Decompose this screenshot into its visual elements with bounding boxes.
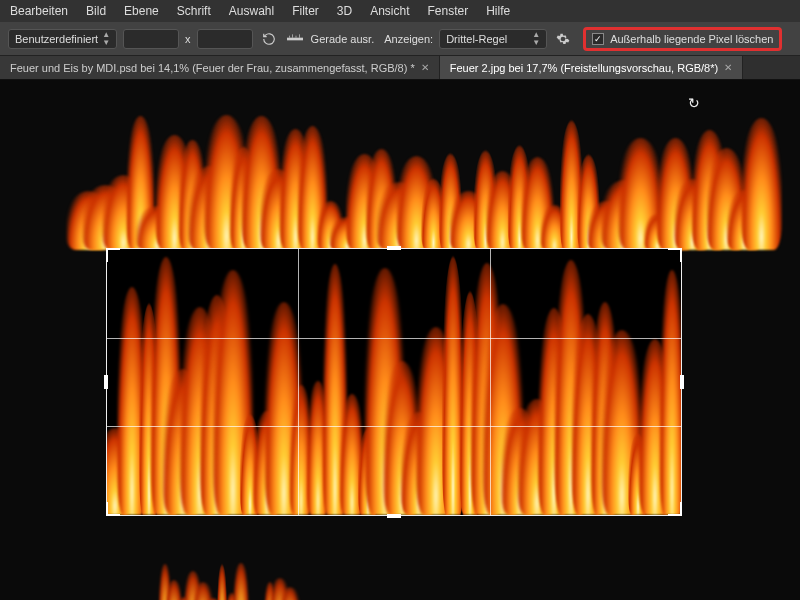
svg-rect-1: [289, 35, 290, 37]
document-tab-bar: Feuer und Eis by MDI.psd bei 14,1% (Feue…: [0, 56, 800, 80]
crop-height-input[interactable]: [197, 29, 253, 49]
crop-grid-line: [490, 249, 491, 515]
image-content-cropped: [107, 249, 681, 515]
menu-bar: Bearbeiten Bild Ebene Schrift Auswahl Fi…: [0, 0, 800, 22]
crop-options-bar: Benutzerdefiniert ▲▼ x Gerade ausr. Anze…: [0, 22, 800, 56]
crop-grid-line: [107, 338, 681, 339]
crop-handle-top-left[interactable]: [106, 248, 120, 250]
crop-handle-bottom-left[interactable]: [106, 502, 108, 516]
canvas[interactable]: ↻: [0, 80, 800, 600]
document-tab-2[interactable]: Feuer 2.jpg bei 17,7% (Freistellungsvors…: [440, 56, 743, 79]
guide-overlay-value: Drittel-Regel: [446, 33, 507, 45]
svg-rect-4: [299, 34, 300, 37]
crop-handle-top-left[interactable]: [106, 248, 108, 262]
straighten-label[interactable]: Gerade ausr.: [311, 33, 375, 45]
dropdown-arrows-icon: ▲▼: [102, 31, 110, 47]
svg-rect-0: [287, 37, 303, 40]
crop-preset-select[interactable]: Benutzerdefiniert ▲▼: [8, 29, 117, 49]
delete-outside-pixels-checkbox[interactable]: ✓: [592, 33, 604, 45]
crop-handle-bottom-right[interactable]: [680, 502, 682, 516]
crop-grid-line: [107, 426, 681, 427]
close-icon[interactable]: ✕: [724, 62, 732, 73]
menu-type[interactable]: Schrift: [177, 4, 211, 18]
rotate-cursor-icon: ↻: [688, 95, 700, 111]
document-tab-1[interactable]: Feuer und Eis by MDI.psd bei 14,1% (Feue…: [0, 56, 440, 79]
crop-selection[interactable]: [106, 248, 682, 516]
menu-view[interactable]: Ansicht: [370, 4, 409, 18]
crop-grid-line: [298, 249, 299, 515]
guide-overlay-select[interactable]: Drittel-Regel ▲▼: [439, 29, 547, 49]
crop-handle-bottom-left[interactable]: [106, 514, 120, 516]
crop-preset-value: Benutzerdefiniert: [15, 33, 98, 45]
image-content-below: [160, 550, 400, 600]
reset-icon[interactable]: [259, 29, 279, 49]
crop-handle-bottom[interactable]: [387, 514, 401, 518]
document-tab-2-label: Feuer 2.jpg bei 17,7% (Freistellungsvors…: [450, 62, 718, 74]
delete-outside-pixels-option: ✓ Außerhalb liegende Pixel löschen: [583, 27, 782, 51]
menu-layer[interactable]: Ebene: [124, 4, 159, 18]
menu-help[interactable]: Hilfe: [486, 4, 510, 18]
crop-handle-left[interactable]: [104, 375, 108, 389]
document-tab-1-label: Feuer und Eis by MDI.psd bei 14,1% (Feue…: [10, 62, 415, 74]
menu-image[interactable]: Bild: [86, 4, 106, 18]
crop-handle-top[interactable]: [387, 246, 401, 250]
crop-handle-right[interactable]: [680, 375, 684, 389]
menu-edit[interactable]: Bearbeiten: [10, 4, 68, 18]
menu-window[interactable]: Fenster: [428, 4, 469, 18]
show-label: Anzeigen:: [384, 33, 433, 45]
menu-3d[interactable]: 3D: [337, 4, 352, 18]
dropdown-arrows-icon: ▲▼: [532, 31, 540, 47]
settings-gear-icon[interactable]: [553, 29, 573, 49]
crop-handle-top-right[interactable]: [680, 248, 682, 262]
menu-select[interactable]: Auswahl: [229, 4, 274, 18]
svg-rect-3: [295, 35, 296, 37]
crop-width-input[interactable]: [123, 29, 179, 49]
svg-rect-2: [292, 34, 293, 37]
dimension-separator: x: [185, 33, 191, 45]
straighten-icon[interactable]: [285, 29, 305, 49]
menu-filter[interactable]: Filter: [292, 4, 319, 18]
image-content-background: [80, 100, 770, 250]
delete-outside-pixels-label: Außerhalb liegende Pixel löschen: [610, 33, 773, 45]
close-icon[interactable]: ✕: [421, 62, 429, 73]
